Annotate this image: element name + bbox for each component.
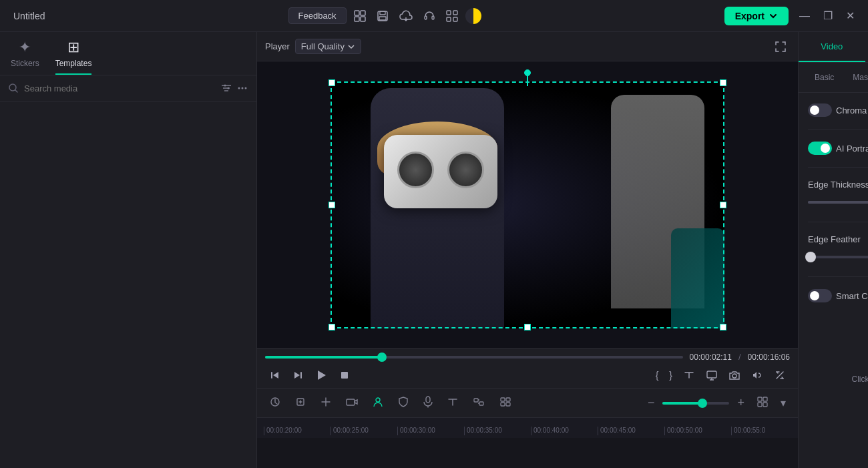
mark-in-button[interactable]: { — [652, 367, 663, 383]
svg-point-21 — [245, 87, 247, 89]
play-button[interactable] — [310, 366, 332, 385]
player-bar: Player Full Quality — [257, 32, 798, 61]
player-bar-right — [771, 37, 790, 56]
main-content: ✦ Stickers ⊞ Templates — [0, 32, 868, 468]
sticker-tl-btn[interactable] — [495, 393, 516, 413]
quality-select[interactable]: Full Quality — [295, 39, 361, 54]
progress-track[interactable] — [265, 356, 683, 359]
close-button[interactable]: ✕ — [841, 7, 860, 25]
save-icon-btn[interactable] — [373, 7, 392, 25]
shield-icon — [397, 396, 409, 408]
feedback-button[interactable]: Feedback — [288, 7, 347, 24]
chevron-down-icon — [769, 11, 778, 21]
camera-icon — [728, 369, 740, 381]
fit-view-button[interactable] — [290, 393, 310, 413]
minimize-button[interactable]: — — [794, 7, 815, 25]
split-button[interactable] — [316, 393, 336, 413]
svg-rect-40 — [758, 403, 762, 407]
subtab-mask[interactable]: Mask — [845, 69, 868, 85]
zoom-in-button[interactable]: + — [733, 393, 748, 413]
ai-portrait-knob — [821, 144, 830, 153]
mic-btn[interactable] — [419, 393, 437, 413]
ai-portrait-toggle[interactable] — [808, 142, 832, 155]
video-frame — [331, 81, 724, 328]
more-icon[interactable] — [236, 82, 248, 94]
cloud-icon-btn[interactable] — [396, 7, 416, 25]
window-controls: — ❐ ✕ — [794, 7, 860, 25]
search-input[interactable] — [24, 83, 215, 93]
volume-button[interactable] — [747, 367, 767, 384]
person-icon-btn[interactable] — [368, 393, 388, 413]
tab-color[interactable]: Color — [865, 32, 868, 62]
grid-icon-btn[interactable] — [443, 7, 461, 25]
svg-rect-0 — [355, 11, 359, 15]
chevron-down-tl-btn[interactable]: ▾ — [777, 394, 790, 412]
mark-out-button[interactable]: } — [665, 367, 676, 383]
svg-rect-8 — [432, 16, 434, 19]
stop-button[interactable] — [335, 367, 355, 384]
stop-icon — [339, 369, 351, 381]
ruler-mark: 00:00:50:00 — [664, 427, 731, 435]
camera-button[interactable] — [724, 367, 744, 384]
top-bar-left: Untitled — [8, 11, 45, 21]
undo-button[interactable] — [265, 393, 285, 413]
edge-thickness-track[interactable] — [808, 201, 868, 204]
progress-fill — [265, 356, 382, 359]
step-back-button[interactable] — [265, 367, 285, 384]
video-background — [331, 81, 724, 328]
edge-feather-track[interactable] — [808, 256, 868, 258]
shield-btn[interactable] — [393, 393, 413, 413]
step-forward-button[interactable] — [288, 367, 308, 384]
camera-timeline-btn[interactable] — [341, 393, 363, 413]
maximize-button[interactable]: ❐ — [818, 7, 838, 25]
save-icon — [376, 9, 389, 23]
svg-point-17 — [224, 85, 226, 87]
svg-rect-24 — [341, 372, 348, 379]
edge-feather-thumb[interactable] — [805, 252, 816, 262]
zoom-out-button[interactable]: − — [644, 393, 659, 413]
tab-video[interactable]: Video — [799, 32, 865, 62]
left-content — [0, 101, 256, 468]
chroma-key-toggle[interactable] — [808, 103, 832, 117]
preview-area — [257, 61, 798, 348]
edge-thickness-label: Edge Thickness — [808, 180, 868, 190]
subtab-basic[interactable]: Basic — [807, 69, 842, 85]
filter-icon[interactable] — [220, 82, 232, 94]
text-overlay-button[interactable] — [679, 367, 699, 384]
ruler-mark: 00:00:25:00 — [331, 427, 397, 435]
smart-cutout-toggle[interactable] — [808, 289, 832, 302]
zoom-thumb[interactable] — [698, 399, 707, 408]
fx-btn[interactable] — [468, 393, 489, 413]
svg-rect-7 — [425, 16, 427, 19]
handle-top-center[interactable] — [524, 69, 531, 76]
ruler-mark: 00:00:55:0 — [731, 427, 798, 435]
edge-thickness-slider-row — [808, 195, 868, 210]
layout-icon-btn[interactable] — [351, 7, 369, 25]
app-title: Untitled — [13, 11, 45, 21]
export-button[interactable]: Export — [724, 7, 789, 25]
step-forward-icon — [292, 369, 304, 381]
grid-tl-btn[interactable] — [752, 393, 773, 413]
edge-thickness-header: Edge Thickness — [808, 180, 868, 190]
edge-feather-label: Edge Feather — [808, 234, 861, 244]
zoom-slider[interactable] — [662, 402, 729, 405]
headphone-icon-btn[interactable] — [420, 7, 439, 25]
edge-thickness-section: Edge Thickness — [808, 180, 868, 210]
svg-rect-37 — [506, 403, 510, 406]
transform-button[interactable] — [770, 367, 790, 384]
fullscreen-icon-btn[interactable] — [771, 37, 790, 56]
progress-thumb[interactable] — [377, 353, 387, 362]
svg-point-18 — [228, 87, 230, 89]
player-label: Player — [265, 41, 290, 51]
sticker-icon — [499, 396, 512, 408]
divider-3 — [808, 222, 868, 222]
text-tl-btn[interactable] — [443, 393, 463, 413]
svg-rect-31 — [426, 397, 430, 403]
theme-toggle[interactable] — [465, 8, 481, 24]
tab-stickers[interactable]: ✦ Stickers — [11, 39, 39, 75]
monitor-icon — [706, 369, 718, 381]
svg-rect-41 — [763, 403, 767, 407]
ai-portrait-label: AI Portrait — [808, 142, 868, 155]
monitor-button[interactable] — [702, 367, 722, 384]
tab-templates[interactable]: ⊞ Templates — [55, 39, 92, 75]
